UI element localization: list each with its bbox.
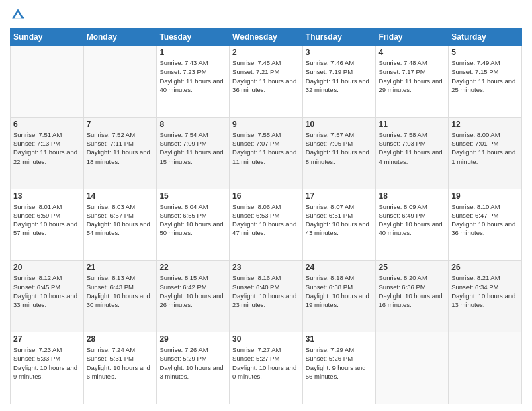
day-number: 7: [87, 120, 154, 129]
calendar-day-cell: 2Sunrise: 7:45 AM Sunset: 7:21 PM Daylig…: [230, 46, 303, 118]
day-info: Sunrise: 8:04 AM Sunset: 6:55 PM Dayligh…: [159, 202, 226, 238]
day-info: Sunrise: 7:57 AM Sunset: 7:05 PM Dayligh…: [306, 130, 373, 166]
calendar-body: 1Sunrise: 7:43 AM Sunset: 7:23 PM Daylig…: [11, 46, 522, 404]
header: [10, 7, 522, 23]
logo-icon: [10, 7, 26, 23]
day-info: Sunrise: 7:27 AM Sunset: 5:27 PM Dayligh…: [232, 345, 300, 381]
day-info: Sunrise: 7:46 AM Sunset: 7:19 PM Dayligh…: [306, 58, 373, 94]
calendar-day-cell: 25Sunrise: 8:20 AM Sunset: 6:36 PM Dayli…: [375, 261, 449, 332]
day-number: 27: [13, 334, 81, 344]
calendar-week-row: 13Sunrise: 8:01 AM Sunset: 6:59 PM Dayli…: [11, 189, 522, 261]
day-number: 1: [159, 48, 226, 57]
calendar-day-cell: 27Sunrise: 7:23 AM Sunset: 5:33 PM Dayli…: [11, 332, 84, 404]
day-info: Sunrise: 8:01 AM Sunset: 6:59 PM Dayligh…: [13, 202, 81, 238]
day-header-tuesday: Tuesday: [157, 29, 230, 46]
logo: [10, 7, 29, 23]
calendar-day-cell: 9Sunrise: 7:55 AM Sunset: 7:07 PM Daylig…: [230, 117, 303, 189]
day-number: 4: [379, 48, 446, 57]
calendar-day-cell: [83, 46, 157, 118]
day-info: Sunrise: 7:54 AM Sunset: 7:09 PM Dayligh…: [159, 130, 226, 166]
calendar-day-cell: [449, 332, 522, 404]
day-info: Sunrise: 8:00 AM Sunset: 7:01 PM Dayligh…: [451, 130, 519, 166]
day-number: 14: [87, 191, 154, 201]
calendar-day-cell: [375, 332, 449, 404]
calendar-day-cell: 28Sunrise: 7:24 AM Sunset: 5:31 PM Dayli…: [83, 332, 157, 404]
calendar-day-cell: 21Sunrise: 8:13 AM Sunset: 6:43 PM Dayli…: [83, 261, 157, 332]
day-number: 8: [159, 120, 226, 129]
calendar-day-cell: 24Sunrise: 8:18 AM Sunset: 6:38 PM Dayli…: [302, 261, 375, 332]
day-info: Sunrise: 8:09 AM Sunset: 6:49 PM Dayligh…: [379, 202, 446, 238]
day-number: 26: [451, 263, 519, 272]
calendar-day-cell: [11, 46, 84, 118]
day-info: Sunrise: 7:24 AM Sunset: 5:31 PM Dayligh…: [87, 345, 154, 381]
calendar-day-cell: 19Sunrise: 8:10 AM Sunset: 6:47 PM Dayli…: [449, 189, 522, 261]
day-header-sunday: Sunday: [11, 29, 84, 46]
day-info: Sunrise: 8:15 AM Sunset: 6:42 PM Dayligh…: [159, 273, 226, 309]
day-info: Sunrise: 7:58 AM Sunset: 7:03 PM Dayligh…: [379, 130, 446, 166]
day-number: 19: [451, 191, 519, 201]
day-header-saturday: Saturday: [449, 29, 522, 46]
day-info: Sunrise: 8:21 AM Sunset: 6:34 PM Dayligh…: [451, 273, 519, 309]
day-number: 24: [306, 263, 373, 272]
day-info: Sunrise: 7:49 AM Sunset: 7:15 PM Dayligh…: [451, 58, 519, 94]
day-info: Sunrise: 7:29 AM Sunset: 5:26 PM Dayligh…: [306, 345, 373, 381]
day-number: 13: [13, 191, 81, 201]
calendar-day-cell: 29Sunrise: 7:26 AM Sunset: 5:29 PM Dayli…: [157, 332, 230, 404]
calendar-day-cell: 17Sunrise: 8:07 AM Sunset: 6:51 PM Dayli…: [302, 189, 375, 261]
calendar-week-row: 20Sunrise: 8:12 AM Sunset: 6:45 PM Dayli…: [11, 261, 522, 332]
day-number: 6: [13, 120, 81, 129]
calendar-day-cell: 26Sunrise: 8:21 AM Sunset: 6:34 PM Dayli…: [449, 261, 522, 332]
day-number: 23: [232, 263, 300, 272]
day-number: 11: [379, 120, 446, 129]
day-header-monday: Monday: [83, 29, 157, 46]
calendar-day-cell: 10Sunrise: 7:57 AM Sunset: 7:05 PM Dayli…: [302, 117, 375, 189]
day-info: Sunrise: 8:06 AM Sunset: 6:53 PM Dayligh…: [232, 202, 300, 238]
day-info: Sunrise: 8:12 AM Sunset: 6:45 PM Dayligh…: [13, 273, 81, 309]
day-info: Sunrise: 8:03 AM Sunset: 6:57 PM Dayligh…: [87, 202, 154, 238]
calendar-day-cell: 1Sunrise: 7:43 AM Sunset: 7:23 PM Daylig…: [157, 46, 230, 118]
calendar-page: SundayMondayTuesdayWednesdayThursdayFrid…: [0, 0, 532, 411]
calendar-day-cell: 20Sunrise: 8:12 AM Sunset: 6:45 PM Dayli…: [11, 261, 84, 332]
calendar-day-cell: 11Sunrise: 7:58 AM Sunset: 7:03 PM Dayli…: [375, 117, 449, 189]
day-number: 17: [306, 191, 373, 201]
day-number: 25: [379, 263, 446, 272]
day-info: Sunrise: 8:18 AM Sunset: 6:38 PM Dayligh…: [306, 273, 373, 309]
day-header-wednesday: Wednesday: [230, 29, 303, 46]
day-number: 12: [451, 120, 519, 129]
day-info: Sunrise: 7:55 AM Sunset: 7:07 PM Dayligh…: [232, 130, 300, 166]
calendar-day-cell: 5Sunrise: 7:49 AM Sunset: 7:15 PM Daylig…: [449, 46, 522, 118]
day-info: Sunrise: 7:26 AM Sunset: 5:29 PM Dayligh…: [159, 345, 226, 381]
day-header-friday: Friday: [375, 29, 449, 46]
day-number: 31: [306, 334, 373, 344]
day-info: Sunrise: 7:43 AM Sunset: 7:23 PM Dayligh…: [159, 58, 226, 94]
day-number: 16: [232, 191, 300, 201]
calendar-week-row: 6Sunrise: 7:51 AM Sunset: 7:13 PM Daylig…: [11, 117, 522, 189]
calendar-day-cell: 15Sunrise: 8:04 AM Sunset: 6:55 PM Dayli…: [157, 189, 230, 261]
day-info: Sunrise: 8:10 AM Sunset: 6:47 PM Dayligh…: [451, 202, 519, 238]
calendar-day-cell: 14Sunrise: 8:03 AM Sunset: 6:57 PM Dayli…: [83, 189, 157, 261]
calendar-header-row: SundayMondayTuesdayWednesdayThursdayFrid…: [11, 29, 522, 46]
day-number: 30: [232, 334, 300, 344]
day-number: 3: [306, 48, 373, 57]
day-info: Sunrise: 8:16 AM Sunset: 6:40 PM Dayligh…: [232, 273, 300, 309]
day-info: Sunrise: 7:48 AM Sunset: 7:17 PM Dayligh…: [379, 58, 446, 94]
calendar-day-cell: 18Sunrise: 8:09 AM Sunset: 6:49 PM Dayli…: [375, 189, 449, 261]
calendar-day-cell: 4Sunrise: 7:48 AM Sunset: 7:17 PM Daylig…: [375, 46, 449, 118]
calendar-day-cell: 12Sunrise: 8:00 AM Sunset: 7:01 PM Dayli…: [449, 117, 522, 189]
day-info: Sunrise: 8:07 AM Sunset: 6:51 PM Dayligh…: [306, 202, 373, 238]
day-info: Sunrise: 7:23 AM Sunset: 5:33 PM Dayligh…: [13, 345, 81, 381]
day-number: 21: [87, 263, 154, 272]
day-info: Sunrise: 7:51 AM Sunset: 7:13 PM Dayligh…: [13, 130, 81, 166]
calendar-day-cell: 3Sunrise: 7:46 AM Sunset: 7:19 PM Daylig…: [302, 46, 375, 118]
day-info: Sunrise: 8:20 AM Sunset: 6:36 PM Dayligh…: [379, 273, 446, 309]
day-info: Sunrise: 7:45 AM Sunset: 7:21 PM Dayligh…: [232, 58, 300, 94]
calendar-day-cell: 13Sunrise: 8:01 AM Sunset: 6:59 PM Dayli…: [11, 189, 84, 261]
day-header-thursday: Thursday: [302, 29, 375, 46]
day-info: Sunrise: 7:52 AM Sunset: 7:11 PM Dayligh…: [87, 130, 154, 166]
day-number: 20: [13, 263, 81, 272]
calendar-week-row: 27Sunrise: 7:23 AM Sunset: 5:33 PM Dayli…: [11, 332, 522, 404]
day-number: 15: [159, 191, 226, 201]
day-number: 22: [159, 263, 226, 272]
calendar-day-cell: 23Sunrise: 8:16 AM Sunset: 6:40 PM Dayli…: [230, 261, 303, 332]
day-info: Sunrise: 8:13 AM Sunset: 6:43 PM Dayligh…: [87, 273, 154, 309]
